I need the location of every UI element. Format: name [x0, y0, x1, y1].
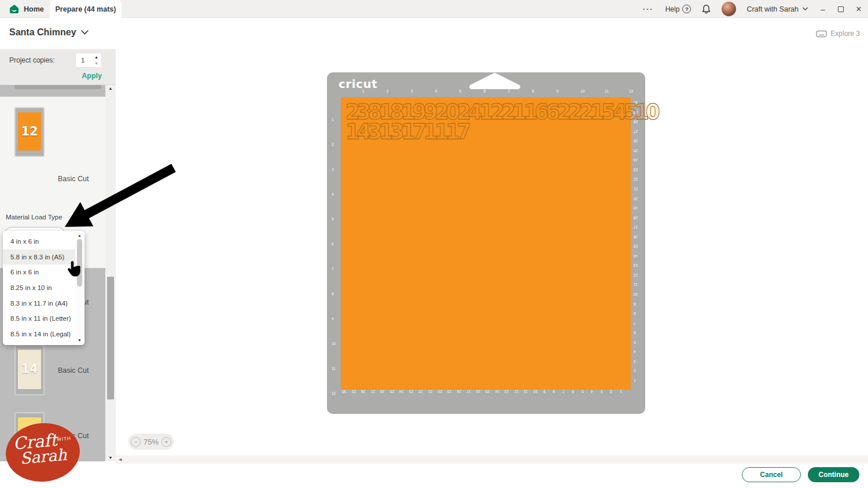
machine-icon: [816, 30, 827, 38]
scroll-left-icon[interactable]: ◀: [119, 457, 122, 462]
ruler-number: 16: [634, 235, 638, 239]
scroll-up-icon[interactable]: ▲: [76, 233, 83, 237]
title-bar: Home Prepare (44 mats) ··· Help ? Craft …: [0, 0, 868, 18]
scroll-down-icon[interactable]: ▼: [105, 456, 116, 460]
ruler-number: 11: [634, 282, 638, 287]
ruler-number: 23: [634, 168, 638, 172]
ruler-number: 13: [505, 390, 509, 394]
cricut-logo: cricut: [339, 77, 377, 91]
dropdown-option[interactable]: 5.8 in x 8.3 in (A5): [3, 249, 75, 265]
machine-selector[interactable]: Explore 3: [816, 30, 860, 38]
notifications-bell-icon[interactable]: [701, 4, 711, 14]
ruler-number: 1: [620, 390, 622, 394]
zoom-out-button[interactable]: −: [131, 437, 141, 447]
ruler-number: 5: [332, 217, 334, 221]
dropdown-option[interactable]: 8.3 in x 11.7 in (A4): [3, 295, 75, 311]
ruler-number: 12: [332, 391, 336, 395]
chevron-down-icon: [803, 6, 808, 12]
dropdown-option[interactable]: 8.5 in x 14 in (Legal): [3, 326, 75, 342]
more-menu-icon[interactable]: ···: [643, 5, 654, 13]
previous-mat-partial: [14, 85, 101, 89]
dropdown-option[interactable]: 8.5 in x 11 in (Letter): [3, 311, 75, 326]
ruler-number: 24: [399, 390, 403, 394]
ruler-number: 26: [380, 390, 384, 394]
ruler-number: 1: [332, 118, 334, 122]
dropdown-option[interactable]: 8.25 in x 10 in: [3, 280, 75, 296]
ruler-number: 10: [534, 390, 538, 394]
tab-prepare[interactable]: Prepare (44 mats): [50, 0, 122, 18]
ruler-number: 12: [514, 390, 518, 394]
apply-button[interactable]: Apply: [82, 72, 102, 80]
home-icon: [9, 4, 19, 14]
spinner-down-icon[interactable]: ▼: [94, 61, 98, 65]
ruler-number: 21: [634, 187, 638, 191]
scroll-down-icon[interactable]: ▼: [76, 338, 83, 342]
ruler-number: 2: [610, 390, 612, 394]
material-load-type-label: Material Load Type: [6, 214, 62, 221]
dropdown-option[interactable]: 6 in x 6 in: [3, 265, 75, 280]
mat-thumbnail-12[interactable]: 12: [14, 107, 45, 157]
ruler-number: 15: [486, 390, 490, 394]
user-avatar[interactable]: [722, 2, 736, 16]
ruler-number: 4: [634, 350, 636, 354]
ruler-number: 4: [435, 89, 437, 93]
ruler-number: 7: [562, 390, 565, 394]
cancel-button[interactable]: Cancel: [742, 467, 801, 482]
project-name-dropdown[interactable]: Santa Chimney: [9, 27, 89, 38]
dropdown-option[interactable]: 4 in x 6 in: [3, 234, 75, 249]
ruler-number: 14: [634, 254, 638, 258]
ruler-number: 6: [332, 242, 334, 246]
ruler-number: 1: [362, 89, 365, 93]
mat-thumbnail-14[interactable]: 14: [14, 344, 45, 395]
ruler-number: 5: [582, 390, 584, 394]
cutting-mat[interactable]: cricut 123456789101112 123456789101112 3…: [327, 72, 645, 414]
ruler-number: 27: [371, 390, 375, 394]
continue-button[interactable]: Continue: [808, 467, 859, 482]
ruler-number: 2: [332, 142, 334, 146]
chevron-down-icon: [81, 30, 89, 35]
ruler-number: 29: [352, 390, 356, 394]
ruler-number: 8: [634, 311, 636, 315]
ruler-number: 18: [457, 390, 461, 394]
scrollbar-thumb[interactable]: [107, 277, 114, 399]
dropdown-scrollbar[interactable]: ▲ ▼: [76, 233, 83, 343]
mat-type-label: Basic Cut: [58, 366, 89, 375]
maximize-button[interactable]: [838, 6, 844, 12]
logo-text: CraftWITH Sarah: [5, 430, 81, 468]
tab-home[interactable]: Home: [0, 0, 50, 18]
ruler-number: 8: [553, 390, 555, 394]
spinner-up-icon[interactable]: ▲: [94, 55, 98, 59]
ruler-number: 2: [387, 89, 389, 93]
ruler-number: 26: [634, 139, 638, 143]
mat-number: 12: [16, 124, 43, 138]
scroll-up-icon[interactable]: ▲: [105, 86, 116, 90]
home-label: Home: [24, 5, 44, 13]
zoom-in-button[interactable]: +: [161, 437, 171, 447]
ruler-number: 27: [634, 130, 638, 134]
ruler-number: 23: [409, 390, 413, 394]
copies-input[interactable]: 1 ▲ ▼: [75, 53, 102, 68]
ruler-number: 18: [634, 216, 638, 220]
ruler-number: 19: [447, 390, 451, 394]
ruler-number: 16: [476, 390, 480, 394]
material-sheet[interactable]: 2381819920241221166222154510 14313171117: [341, 97, 631, 390]
ruler-number: 3: [411, 89, 413, 93]
ruler-number: 9: [556, 89, 558, 93]
canvas-horizontal-scrollbar[interactable]: ◀: [116, 456, 868, 464]
close-button[interactable]: ×: [854, 4, 863, 14]
ruler-number: 7: [332, 267, 334, 271]
hand-cursor-icon: [67, 260, 83, 279]
ruler-number: 7: [634, 321, 636, 325]
ruler-number: 15: [634, 244, 638, 248]
sidebar-scrollbar[interactable]: ▲ ▼: [105, 85, 116, 461]
ruler-number: 8: [332, 292, 334, 296]
ruler-number: 13: [634, 263, 638, 267]
ruler-number: 5: [634, 340, 636, 344]
project-header: Santa Chimney Explore 3: [0, 18, 868, 49]
account-name: Craft with Sarah: [746, 5, 799, 13]
help-button[interactable]: Help ?: [665, 5, 692, 13]
account-menu[interactable]: Craft with Sarah: [746, 5, 808, 13]
ruler-number: 1: [634, 379, 636, 383]
minimize-button[interactable]: –: [818, 5, 827, 14]
ruler-number: 9: [634, 302, 636, 306]
